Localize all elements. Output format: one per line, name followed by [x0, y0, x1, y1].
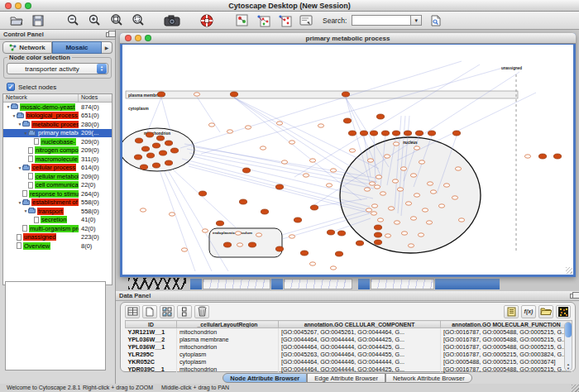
network-node[interactable] [326, 184, 332, 187]
network-node[interactable] [135, 138, 142, 143]
tab-network[interactable]: Network [2, 41, 52, 54]
tree-row[interactable]: ▼metabolic process280(0) [3, 120, 112, 129]
network-node[interactable] [524, 155, 530, 158]
layout-icon-2[interactable] [276, 13, 293, 28]
network-node[interactable] [303, 174, 309, 177]
tab-mosaic[interactable]: Mosaic [52, 41, 102, 54]
network-node[interactable] [300, 251, 308, 256]
network-node[interactable] [414, 194, 419, 197]
network-node[interactable] [415, 131, 423, 136]
network-node[interactable] [405, 202, 411, 205]
tree-row[interactable]: ▼mosaic-demo-yeast874(0) [3, 103, 112, 112]
table-column-header[interactable]: _cellularLayoutRegion [177, 321, 279, 328]
network-node[interactable] [377, 218, 383, 222]
network-node[interactable] [458, 218, 464, 222]
network-node[interactable] [349, 149, 355, 152]
network-node[interactable] [309, 262, 315, 265]
network-node[interactable] [256, 233, 261, 237]
network-node[interactable] [381, 131, 389, 136]
network-node[interactable] [239, 199, 246, 204]
network-node[interactable] [443, 184, 449, 187]
network-canvas[interactable]: plasma membranecytoplasmunassignedmitoch… [122, 45, 573, 275]
network-node[interactable] [181, 248, 187, 251]
network-node[interactable] [202, 229, 208, 232]
background-frame-fragment[interactable] [203, 279, 270, 289]
network-node[interactable] [366, 208, 371, 212]
table-column-header[interactable]: ID [126, 321, 177, 328]
tree-row[interactable]: ▼cellular process614(0) [3, 164, 112, 173]
network-node[interactable] [337, 231, 345, 236]
network-node[interactable] [310, 205, 318, 210]
network-node[interactable] [367, 159, 373, 162]
network-node[interactable] [227, 130, 232, 133]
network-node[interactable] [230, 92, 237, 97]
network-node[interactable] [410, 217, 416, 220]
network-node[interactable] [410, 174, 416, 177]
table-row[interactable]: YPL036W__2plasma membrane[GO:0044464, GO… [126, 336, 572, 343]
network-node[interactable] [140, 165, 147, 170]
network-node[interactable] [384, 155, 390, 158]
new-attribute-icon[interactable] [142, 305, 157, 318]
network-node[interactable] [330, 169, 336, 172]
tree-row[interactable]: cell communicat22(0) [3, 181, 112, 190]
table-grid-icon[interactable] [125, 305, 140, 318]
network-node[interactable] [152, 163, 160, 168]
network-node[interactable] [169, 213, 175, 216]
window-resize-grip[interactable] [572, 385, 579, 392]
network-node[interactable] [404, 131, 411, 136]
network-node[interactable] [342, 92, 349, 97]
network-node[interactable] [348, 131, 356, 136]
network-node[interactable] [237, 243, 242, 246]
nucleus-region[interactable] [340, 137, 481, 253]
scrollbar-thumb[interactable] [565, 323, 572, 337]
tree-row[interactable]: cellular metabol209(0) [3, 172, 112, 181]
table-row[interactable]: YJR121W__1mitochondrion[GO:0045267, GO:0… [126, 328, 572, 337]
attribute-browser-tab[interactable]: Edge Attribute Browser [307, 373, 385, 383]
tree-row[interactable]: response to stimul264(0) [3, 189, 112, 198]
search-dropdown-icon[interactable]: ▼ [411, 15, 422, 26]
network-node[interactable] [235, 232, 241, 235]
layout-icon-1[interactable] [255, 13, 271, 28]
network-node[interactable] [275, 246, 283, 251]
network-node[interactable] [370, 131, 377, 136]
table-cell[interactable]: [GO:0016787, GO:0005488, GO:0005215, G..… [441, 343, 572, 351]
attribute-browser-tab[interactable]: Network Attribute Browser [385, 373, 472, 383]
tree-column-network[interactable]: Network [3, 94, 79, 102]
network-node[interactable] [281, 160, 287, 164]
tree-row[interactable]: Overview8(0) [3, 241, 112, 251]
open-folder-icon[interactable] [538, 305, 553, 318]
network-node[interactable] [245, 126, 251, 129]
network-node[interactable] [289, 141, 294, 144]
network-node[interactable] [422, 208, 428, 212]
network-node[interactable] [452, 196, 457, 199]
network-node[interactable] [261, 209, 268, 214]
table-cell[interactable]: cytoplasm [177, 358, 279, 366]
network-node[interactable] [427, 182, 433, 185]
table-cell[interactable]: [GO:0044464, GO:0044444, GO:0044425, G..… [279, 366, 441, 373]
network-node[interactable] [452, 131, 460, 136]
network-node[interactable] [152, 143, 160, 148]
network-node[interactable] [157, 92, 165, 97]
network-node[interactable] [199, 191, 206, 196]
table-row[interactable]: YDR039C__1mitochondrion[GO:0044464, GO:0… [126, 366, 572, 373]
table-cell[interactable]: mitochondrion [177, 366, 279, 373]
network-node[interactable] [216, 221, 223, 226]
scrollbar-arrows-icon[interactable]: ▲▼ [565, 362, 572, 370]
background-frame-fragment[interactable] [284, 279, 352, 289]
network-node[interactable] [376, 114, 384, 119]
background-frame-fragment[interactable] [128, 278, 186, 289]
network-node[interactable] [397, 188, 403, 191]
network-node[interactable] [374, 225, 381, 230]
network-node[interactable] [140, 208, 146, 212]
open-folder-icon[interactable] [8, 13, 25, 28]
table-cell[interactable]: YPL036W__2 [126, 336, 177, 343]
float-panel-icon[interactable] [106, 32, 112, 37]
save-icon[interactable] [30, 13, 46, 28]
table-cell[interactable]: mitochondrion [177, 343, 279, 351]
table-cell[interactable]: cytoplasm [177, 351, 279, 358]
network-node[interactable] [430, 190, 436, 194]
network-node[interactable] [385, 234, 390, 237]
tree-row[interactable]: multi-organism pro42(0) [3, 224, 112, 233]
search-config-icon[interactable] [427, 13, 443, 28]
background-frame-fragment[interactable] [271, 279, 283, 289]
